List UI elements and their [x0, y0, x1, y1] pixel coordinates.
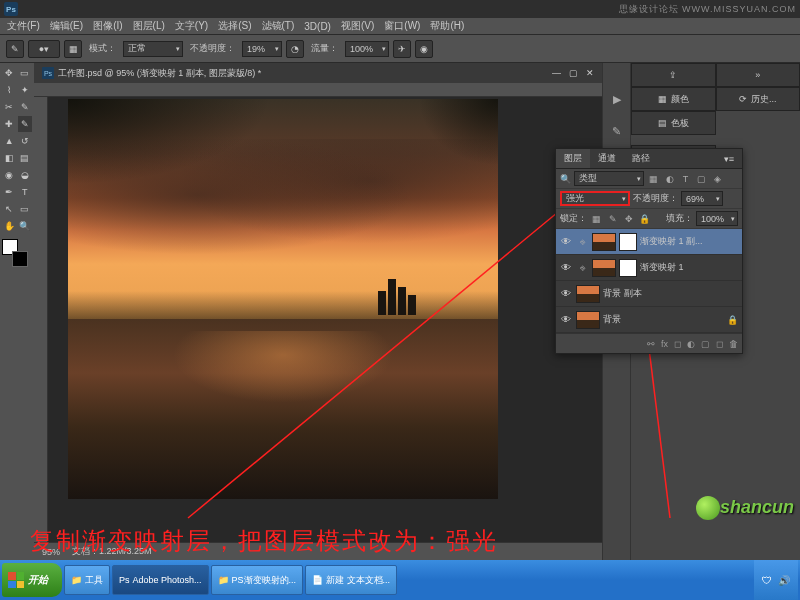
lock-pixels-icon[interactable]: ✎ [606, 212, 619, 225]
minimize-icon[interactable]: — [552, 68, 561, 78]
pressure-size-icon[interactable]: ◉ [415, 40, 433, 58]
maximize-icon[interactable]: ▢ [569, 68, 578, 78]
brush-preset-picker[interactable]: ●▾ [28, 40, 60, 58]
blend-mode-dropdown[interactable]: 正常 [123, 41, 183, 57]
group-icon[interactable]: ▢ [701, 339, 710, 349]
delete-icon[interactable]: 🗑 [729, 339, 738, 349]
brush-panel-icon[interactable]: ▦ [64, 40, 82, 58]
history-brush-icon[interactable]: ↺ [18, 133, 33, 149]
taskbar-item[interactable]: 📁 PS渐变映射的... [211, 565, 304, 595]
eyedropper-tool-icon[interactable]: ✎ [18, 99, 33, 115]
paths-tab[interactable]: 路径 [624, 149, 658, 168]
menu-layer[interactable]: 图层(L) [128, 19, 170, 33]
filter-image-icon[interactable]: ▦ [647, 172, 660, 185]
taskbar-item[interactable]: 📄 新建 文本文档... [305, 565, 397, 595]
channels-tab[interactable]: 通道 [590, 149, 624, 168]
blur-tool-icon[interactable]: ◉ [2, 167, 17, 183]
type-tool-icon[interactable]: T [18, 184, 33, 200]
menu-window[interactable]: 窗口(W) [379, 19, 425, 33]
pen-tool-icon[interactable]: ✒ [2, 184, 17, 200]
visibility-icon[interactable]: 👁 [559, 314, 573, 325]
layer-thumbnail[interactable] [576, 285, 600, 303]
layers-tab[interactable]: 图层 [556, 149, 590, 168]
menu-3d[interactable]: 3D(D) [299, 21, 336, 32]
background-color[interactable] [12, 251, 28, 267]
marquee-tool-icon[interactable]: ▭ [18, 65, 33, 81]
gradient-tool-icon[interactable]: ▤ [18, 150, 33, 166]
layer-name[interactable]: 渐变映射 1 副... [640, 235, 739, 248]
brush-tool-icon[interactable]: ✎ [6, 40, 24, 58]
panel-menu-icon[interactable]: » [716, 63, 801, 87]
color-swatches[interactable] [2, 239, 30, 267]
filter-text-icon[interactable]: T [679, 172, 692, 185]
menu-image[interactable]: 图像(I) [88, 19, 127, 33]
move-tool-icon[interactable]: ✥ [2, 65, 17, 81]
heal-tool-icon[interactable]: ✚ [2, 116, 17, 132]
system-tray[interactable]: 🛡 🔊 [754, 560, 798, 600]
visibility-icon[interactable]: 👁 [559, 288, 573, 299]
brush-tool-icon[interactable]: ✎ [18, 116, 33, 132]
layer-item[interactable]: 👁 ⎆ 渐变映射 1 副... [556, 229, 742, 255]
filter-smart-icon[interactable]: ◈ [711, 172, 724, 185]
start-button[interactable]: 开始 [2, 563, 62, 597]
blend-mode-dropdown[interactable]: 强光 [560, 191, 630, 206]
history-panel-tab[interactable]: ⟳ 历史... [716, 87, 801, 111]
menu-edit[interactable]: 编辑(E) [45, 19, 88, 33]
new-layer-icon[interactable]: ◻ [716, 339, 723, 349]
lock-transparent-icon[interactable]: ▦ [590, 212, 603, 225]
lock-all-icon[interactable]: 🔒 [638, 212, 651, 225]
menu-select[interactable]: 选择(S) [213, 19, 256, 33]
layer-filter-dropdown[interactable]: 类型 [574, 171, 644, 186]
pressure-opacity-icon[interactable]: ◔ [286, 40, 304, 58]
stamp-tool-icon[interactable]: ▲ [2, 133, 17, 149]
layer-thumbnail[interactable] [576, 311, 600, 329]
filter-adjust-icon[interactable]: ◐ [663, 172, 676, 185]
opacity-dropdown[interactable]: 19% [242, 41, 282, 57]
panel-menu-icon[interactable]: ▾≡ [716, 149, 742, 168]
document-tab[interactable]: Ps 工作图.psd @ 95% (渐变映射 1 副本, 图层蒙版/8) * —… [34, 63, 602, 83]
taskbar-item[interactable]: Ps Adobe Photosh... [112, 565, 209, 595]
menu-type[interactable]: 文字(Y) [170, 19, 213, 33]
taskbar-item[interactable]: 📁 工具 [64, 565, 110, 595]
close-icon[interactable]: ✕ [586, 68, 594, 78]
menu-help[interactable]: 帮助(H) [425, 19, 469, 33]
shape-tool-icon[interactable]: ▭ [18, 201, 33, 217]
swatch-panel-tab[interactable]: ▤ 色板 [631, 111, 716, 135]
layer-item[interactable]: 👁 背景 副本 [556, 281, 742, 307]
canvas[interactable] [48, 97, 602, 542]
adjustment-icon[interactable]: ◐ [687, 339, 695, 349]
tray-icon[interactable]: 🛡 [762, 575, 772, 586]
link-layers-icon[interactable]: ⚯ [647, 339, 655, 349]
mask-thumbnail[interactable] [619, 259, 637, 277]
wand-tool-icon[interactable]: ✦ [18, 82, 33, 98]
airbrush-icon[interactable]: ✈ [393, 40, 411, 58]
fill-dropdown[interactable]: 100% [696, 211, 738, 226]
eraser-tool-icon[interactable]: ◧ [2, 150, 17, 166]
color-panel-tab[interactable]: ▦ 颜色 [631, 87, 716, 111]
lasso-tool-icon[interactable]: ⌇ [2, 82, 17, 98]
brush-preset-icon[interactable]: ✎ [609, 123, 625, 139]
path-tool-icon[interactable]: ↖ [2, 201, 17, 217]
zoom-tool-icon[interactable]: 🔍 [18, 218, 33, 234]
fx-icon[interactable]: fx [661, 339, 668, 349]
play-icon[interactable]: ▶ [609, 91, 625, 107]
link-icon[interactable]: ⎆ [576, 261, 589, 274]
crop-tool-icon[interactable]: ✂ [2, 99, 17, 115]
layer-item[interactable]: 👁 背景 🔒 [556, 307, 742, 333]
layer-name[interactable]: 背景 副本 [603, 287, 739, 300]
lock-position-icon[interactable]: ✥ [622, 212, 635, 225]
layer-name[interactable]: 背景 [603, 313, 723, 326]
mask-icon[interactable]: ◻ [674, 339, 681, 349]
filter-shape-icon[interactable]: ▢ [695, 172, 708, 185]
layer-item[interactable]: 👁 ⎆ 渐变映射 1 [556, 255, 742, 281]
share-button[interactable]: ⇪ [631, 63, 716, 87]
tray-icon[interactable]: 🔊 [778, 575, 790, 586]
visibility-icon[interactable]: 👁 [559, 262, 573, 273]
dodge-tool-icon[interactable]: ◒ [18, 167, 33, 183]
flow-dropdown[interactable]: 100% [345, 41, 389, 57]
hand-tool-icon[interactable]: ✋ [2, 218, 17, 234]
link-icon[interactable]: ⎆ [576, 235, 589, 248]
menu-view[interactable]: 视图(V) [336, 19, 379, 33]
mask-thumbnail[interactable] [619, 233, 637, 251]
layer-name[interactable]: 渐变映射 1 [640, 261, 739, 274]
